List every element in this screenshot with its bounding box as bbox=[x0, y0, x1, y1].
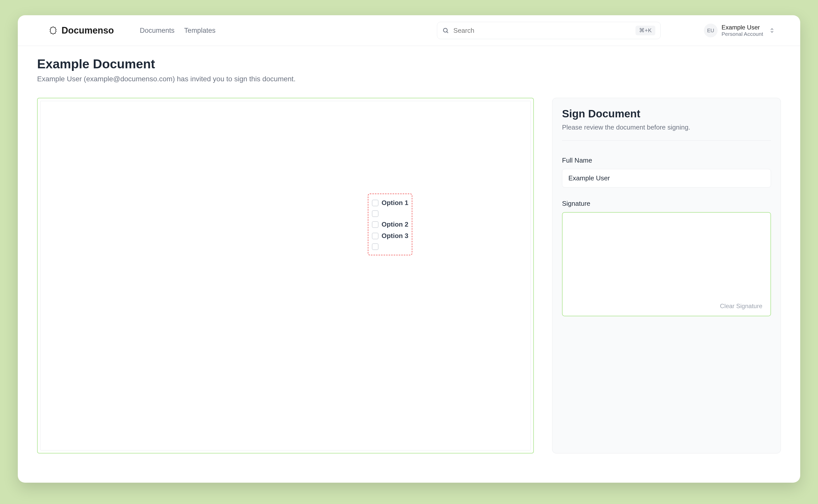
main-layout: Option 1 Option 2 Option 3 bbox=[37, 98, 781, 453]
full-name-label: Full Name bbox=[562, 156, 771, 164]
logo-icon bbox=[48, 26, 58, 35]
search-input[interactable] bbox=[454, 27, 631, 35]
checkbox-label: Option 2 bbox=[381, 221, 408, 228]
avatar: EU bbox=[704, 24, 718, 37]
signature-pad[interactable]: Clear Signature bbox=[562, 212, 771, 316]
user-account: Personal Account bbox=[722, 31, 763, 37]
clear-signature-button[interactable]: Clear Signature bbox=[720, 303, 762, 310]
checkbox[interactable] bbox=[372, 200, 378, 206]
checkbox[interactable] bbox=[372, 243, 378, 250]
main-nav: Documents Templates bbox=[140, 27, 215, 35]
full-name-group: Full Name bbox=[562, 156, 771, 187]
sign-sidebar: Sign Document Please review the document… bbox=[552, 98, 781, 453]
checkbox-row bbox=[372, 209, 408, 219]
logo-text: Documenso bbox=[61, 25, 114, 36]
nav-templates[interactable]: Templates bbox=[184, 27, 215, 35]
sidebar-subtitle: Please review the document before signin… bbox=[562, 123, 771, 141]
page-subtitle: Example User (example@documenso.com) has… bbox=[37, 75, 781, 83]
content: Example Document Example User (example@d… bbox=[18, 46, 800, 464]
page-title: Example Document bbox=[37, 57, 781, 71]
checkbox-field[interactable]: Option 1 Option 2 Option 3 bbox=[368, 194, 412, 255]
document-viewer: Option 1 Option 2 Option 3 bbox=[37, 98, 534, 453]
search-bar[interactable]: ⌘+K bbox=[437, 22, 661, 39]
header: Documenso Documents Templates ⌘+K EU Exa… bbox=[18, 15, 800, 46]
svg-point-0 bbox=[443, 28, 447, 32]
checkbox-label: Option 1 bbox=[381, 199, 408, 207]
checkbox-label: Option 3 bbox=[381, 232, 408, 240]
checkbox-row: Option 2 bbox=[372, 219, 408, 230]
search-icon bbox=[442, 27, 449, 34]
checkbox-row: Option 3 bbox=[372, 230, 408, 242]
checkbox-row: Option 1 bbox=[372, 197, 408, 209]
search-shortcut: ⌘+K bbox=[636, 26, 655, 35]
chevron-updown-icon bbox=[769, 28, 775, 33]
full-name-input[interactable] bbox=[562, 169, 771, 187]
user-menu[interactable]: EU Example User Personal Account bbox=[704, 24, 775, 37]
signature-label: Signature bbox=[562, 200, 771, 208]
checkbox-row bbox=[372, 242, 408, 252]
user-info: Example User Personal Account bbox=[722, 24, 763, 37]
sidebar-title: Sign Document bbox=[562, 108, 771, 120]
signature-group: Signature Clear Signature bbox=[562, 200, 771, 316]
svg-line-1 bbox=[447, 31, 448, 33]
app-window: Documenso Documents Templates ⌘+K EU Exa… bbox=[18, 15, 800, 483]
checkbox[interactable] bbox=[372, 221, 378, 228]
logo[interactable]: Documenso bbox=[48, 25, 114, 36]
checkbox[interactable] bbox=[372, 233, 378, 239]
checkbox[interactable] bbox=[372, 210, 378, 217]
user-name: Example User bbox=[722, 24, 763, 31]
nav-documents[interactable]: Documents bbox=[140, 27, 175, 35]
document-page[interactable]: Option 1 Option 2 Option 3 bbox=[40, 101, 531, 450]
